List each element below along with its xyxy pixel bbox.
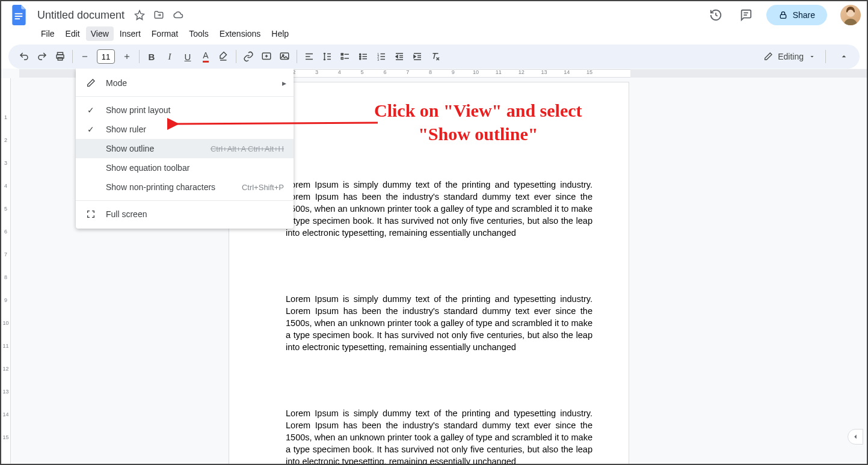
history-icon[interactable] (706, 5, 725, 25)
paragraph[interactable]: Lorem Ipsum is simply dummy text of the … (286, 179, 593, 239)
menu-view[interactable]: View (86, 26, 114, 41)
menu-bar: File Edit View Insert Format Tools Exten… (1, 25, 867, 45)
menu-item-mode[interactable]: Mode ▸ (76, 73, 294, 93)
cloud-status-icon[interactable] (173, 10, 183, 20)
menu-insert[interactable]: Insert (115, 26, 146, 41)
clear-formatting-button[interactable] (427, 48, 444, 65)
line-spacing-button[interactable] (319, 48, 336, 65)
numbered-list-button[interactable]: 123 (373, 48, 390, 65)
menu-item-fullscreen[interactable]: Full screen (76, 205, 294, 224)
chevron-down-icon (808, 53, 816, 60)
underline-button[interactable]: U (179, 48, 196, 65)
share-button-label: Share (793, 10, 815, 20)
svg-text:3: 3 (377, 58, 379, 61)
svg-point-30 (360, 58, 361, 60)
insert-comment-button[interactable] (258, 48, 275, 65)
print-button[interactable] (52, 48, 69, 65)
insert-link-button[interactable] (240, 48, 257, 65)
account-avatar[interactable] (840, 5, 861, 25)
svg-rect-0 (15, 13, 23, 14)
svg-rect-26 (341, 58, 343, 60)
submenu-arrow-icon: ▸ (282, 78, 286, 88)
menu-item-label: Show outline (106, 144, 154, 153)
ruler-ticks: 123456789101112131415 (260, 69, 601, 75)
menu-item-label: Show equation toolbar (106, 163, 189, 173)
align-button[interactable] (301, 48, 318, 65)
share-button[interactable]: Share (766, 5, 827, 25)
menu-help[interactable]: Help (266, 26, 294, 41)
menu-item-shortcut: Ctrl+Shift+P (242, 183, 284, 192)
menu-item-label: Full screen (106, 209, 147, 219)
fullscreen-icon (84, 209, 97, 219)
paragraph[interactable]: Lorem Ipsum is simply dummy text of the … (286, 407, 593, 465)
font-size-decrease[interactable] (76, 48, 93, 65)
pencil-icon (84, 78, 97, 88)
menu-item-nonprinting[interactable]: Show non-printing characters Ctrl+Shift+… (76, 177, 294, 197)
font-size-increase[interactable] (119, 48, 135, 65)
decrease-indent-button[interactable] (391, 48, 408, 65)
menu-tools[interactable]: Tools (184, 26, 214, 41)
menu-file[interactable]: File (36, 26, 60, 41)
editing-mode-button[interactable]: Editing (757, 49, 822, 64)
menu-format[interactable]: Format (147, 26, 183, 41)
menu-item-show-ruler[interactable]: ✓ Show ruler (76, 120, 294, 139)
pencil-icon (763, 52, 773, 61)
svg-point-28 (360, 54, 361, 55)
document-title-input[interactable]: Untitled document (34, 8, 128, 23)
menu-extensions[interactable]: Extensions (215, 26, 265, 41)
workspace: 123456789101112131415 123456789101112131… (1, 69, 867, 465)
insert-image-button[interactable] (276, 48, 293, 65)
docs-logo-icon[interactable] (7, 3, 31, 27)
view-menu-dropdown: Mode ▸ ✓ Show print layout ✓ Show ruler … (76, 69, 294, 229)
bold-button[interactable]: B (143, 48, 160, 65)
star-icon[interactable] (134, 10, 145, 20)
svg-rect-2 (15, 18, 20, 19)
comments-icon[interactable] (736, 5, 756, 25)
check-icon: ✓ (84, 125, 97, 134)
menu-item-equation-toolbar[interactable]: Show equation toolbar (76, 158, 294, 177)
menu-separator (76, 200, 294, 201)
menu-separator (76, 96, 294, 97)
text-color-button[interactable]: A (197, 48, 214, 65)
editing-mode-label: Editing (778, 52, 804, 61)
menu-item-show-outline[interactable]: Show outline Ctrl+Alt+A Ctrl+Alt+H (76, 139, 294, 158)
bulleted-list-button[interactable] (355, 48, 372, 65)
move-icon[interactable] (153, 10, 164, 20)
toolbar: B I U A 123 Editing (8, 45, 860, 69)
increase-indent-button[interactable] (409, 48, 426, 65)
menu-item-label: Show print layout (106, 105, 170, 115)
side-panel-toggle[interactable] (848, 429, 863, 445)
menu-edit[interactable]: Edit (61, 26, 85, 41)
undo-button[interactable] (16, 48, 32, 65)
menu-item-label: Mode (106, 78, 127, 88)
lock-icon (778, 10, 788, 20)
title-bar: Untitled document Share (1, 1, 867, 25)
highlight-button[interactable] (215, 48, 232, 65)
italic-button[interactable]: I (161, 48, 178, 65)
vertical-ruler[interactable]: 123456789101112131415 (1, 78, 11, 465)
svg-point-29 (360, 56, 361, 57)
checklist-button[interactable] (337, 48, 354, 65)
menu-item-shortcut: Ctrl+Alt+A Ctrl+Alt+H (211, 144, 284, 153)
collapse-toolbar-button[interactable] (836, 48, 852, 65)
paragraph[interactable]: Lorem Ipsum is simply dummy text of the … (286, 293, 593, 353)
menu-item-label: Show ruler (106, 125, 146, 134)
redo-button[interactable] (34, 48, 51, 65)
check-icon: ✓ (84, 105, 97, 115)
svg-rect-1 (15, 16, 23, 17)
font-size-input[interactable] (97, 49, 115, 64)
menu-item-print-layout[interactable]: ✓ Show print layout (76, 100, 294, 120)
svg-rect-5 (780, 14, 786, 18)
menu-item-label: Show non-printing characters (106, 182, 215, 192)
